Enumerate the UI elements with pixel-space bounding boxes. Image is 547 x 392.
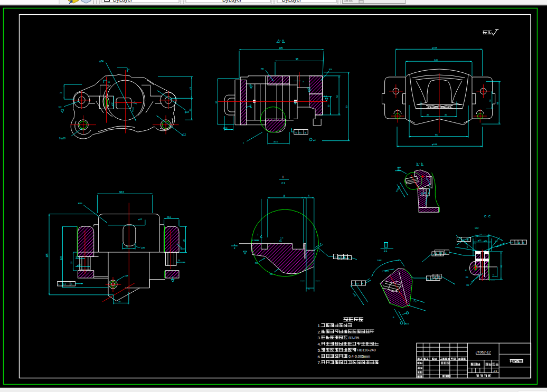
svg-text:2:1: 2:1 xyxy=(493,370,497,372)
svg-text:R: R xyxy=(393,317,394,319)
svg-text:◐: ◐ xyxy=(353,282,354,285)
svg-text:30: 30 xyxy=(118,300,121,303)
svg-text:φ12: φ12 xyxy=(138,218,143,221)
svg-text:52: 52 xyxy=(336,95,338,98)
svg-text:φ10.5: φ10.5 xyxy=(404,323,409,325)
svg-text:45: 45 xyxy=(445,113,447,116)
svg-text:96: 96 xyxy=(435,133,438,136)
svg-text:.1: .1 xyxy=(515,242,517,244)
svg-text:φ54: φ54 xyxy=(294,100,296,104)
svg-text:0.1: 0.1 xyxy=(343,257,345,260)
svg-text:F: F xyxy=(433,253,435,256)
svg-text:45: 45 xyxy=(427,113,429,116)
svg-text:2-φ10: 2-φ10 xyxy=(59,137,65,140)
svg-text:108°: 108° xyxy=(377,259,382,262)
svg-text:-: - xyxy=(419,161,420,165)
svg-text:ByLayer: ByLayer xyxy=(282,0,301,3)
svg-text:1.6: 1.6 xyxy=(249,84,251,86)
svg-text:0.1: 0.1 xyxy=(63,283,66,285)
svg-text:-: - xyxy=(280,39,281,42)
svg-text:φ8: φ8 xyxy=(126,274,129,277)
svg-text:R: R xyxy=(465,270,467,272)
svg-text:12.5: 12.5 xyxy=(307,87,310,89)
svg-text:36: 36 xyxy=(489,99,492,102)
svg-text:R3: R3 xyxy=(329,68,332,71)
svg-text:7.: 7. xyxy=(318,360,322,365)
svg-text:φ14: φ14 xyxy=(185,111,189,113)
svg-text:φ36: φ36 xyxy=(142,246,146,249)
svg-text:R8: R8 xyxy=(261,68,264,70)
svg-text:b: b xyxy=(417,162,418,165)
svg-text:R6: R6 xyxy=(467,284,469,286)
svg-text:B: B xyxy=(523,242,524,244)
svg-text:JT062-12: JT062-12 xyxy=(475,350,491,354)
svg-text:98: 98 xyxy=(296,58,299,61)
svg-text:25: 25 xyxy=(60,91,62,94)
svg-text:6.: 6. xyxy=(318,355,322,359)
svg-text:R2: R2 xyxy=(495,241,498,243)
svg-text:A: A xyxy=(518,242,520,244)
svg-text:22.6: 22.6 xyxy=(223,127,228,129)
svg-text:2:1: 2:1 xyxy=(384,250,388,252)
svg-text:2.: 2. xyxy=(318,330,322,334)
svg-text:43: 43 xyxy=(189,109,192,111)
svg-text:φ54: φ54 xyxy=(99,60,103,63)
svg-text:120: 120 xyxy=(60,256,62,260)
svg-text:F: F xyxy=(458,238,460,241)
svg-text:66: 66 xyxy=(500,265,503,267)
svg-text:35: 35 xyxy=(70,261,73,264)
svg-text:1.: 1. xyxy=(318,323,322,328)
svg-text:ByLayer: ByLayer xyxy=(113,0,133,3)
svg-text:◎: ◎ xyxy=(421,192,423,195)
svg-text:140: 140 xyxy=(434,59,438,61)
svg-text:F: F xyxy=(362,282,364,285)
svg-text:6.3: 6.3 xyxy=(324,95,327,98)
svg-text:φ32: φ32 xyxy=(77,264,81,266)
svg-text:0.1: 0.1 xyxy=(356,283,359,285)
svg-text:φ12: φ12 xyxy=(182,133,186,136)
svg-text:0.1MAX: 0.1MAX xyxy=(252,239,259,242)
svg-text:A: A xyxy=(282,39,284,42)
svg-text:φ60: φ60 xyxy=(249,104,252,108)
svg-text:φ22: φ22 xyxy=(76,256,80,258)
svg-text:-: - xyxy=(486,214,487,217)
svg-text:F: F xyxy=(335,256,336,259)
svg-text:3: 3 xyxy=(467,246,468,248)
svg-text:0.1: 0.1 xyxy=(461,239,464,241)
svg-text:HB110-240: HB110-240 xyxy=(357,348,376,352)
svg-text:20: 20 xyxy=(178,260,180,262)
svg-text:φ168: φ168 xyxy=(432,46,438,49)
svg-text:F: F xyxy=(512,242,513,244)
svg-text:3.: 3. xyxy=(318,336,322,340)
svg-text:D: D xyxy=(71,283,72,285)
svg-text:14: 14 xyxy=(479,233,482,236)
svg-text:6.3: 6.3 xyxy=(59,106,61,108)
svg-text:98.6: 98.6 xyxy=(119,191,124,194)
svg-text:24: 24 xyxy=(126,246,128,248)
svg-text:R3: R3 xyxy=(255,262,258,264)
svg-text:0.4-0.005mm: 0.4-0.005mm xyxy=(348,355,370,358)
svg-text:88: 88 xyxy=(496,102,499,104)
svg-text:C: C xyxy=(488,215,491,218)
svg-text:2: 2 xyxy=(257,234,258,236)
svg-text:60: 60 xyxy=(345,106,348,108)
svg-text:8: 8 xyxy=(133,110,134,112)
svg-text:5: 5 xyxy=(134,101,135,103)
svg-text:145: 145 xyxy=(279,47,283,50)
svg-text:R15: R15 xyxy=(78,202,83,205)
svg-text:φ22: φ22 xyxy=(478,240,482,242)
svg-text:R3-R5: R3-R5 xyxy=(348,336,359,340)
svg-text:165: 165 xyxy=(46,253,49,257)
svg-text:40.5: 40.5 xyxy=(274,140,278,143)
svg-text:60: 60 xyxy=(215,101,218,103)
svg-text:4.: 4. xyxy=(318,342,322,347)
svg-text:I: I xyxy=(282,175,284,179)
svg-text:49: 49 xyxy=(183,239,185,242)
svg-text:φ32: φ32 xyxy=(111,102,114,106)
svg-text:10: 10 xyxy=(108,81,110,83)
svg-text:30: 30 xyxy=(327,104,330,107)
svg-text:φ168: φ168 xyxy=(432,143,438,146)
svg-text:0.1: 0.1 xyxy=(439,252,442,254)
svg-text:0.1: 0.1 xyxy=(299,131,301,134)
svg-text:1.5: 1.5 xyxy=(473,243,476,245)
